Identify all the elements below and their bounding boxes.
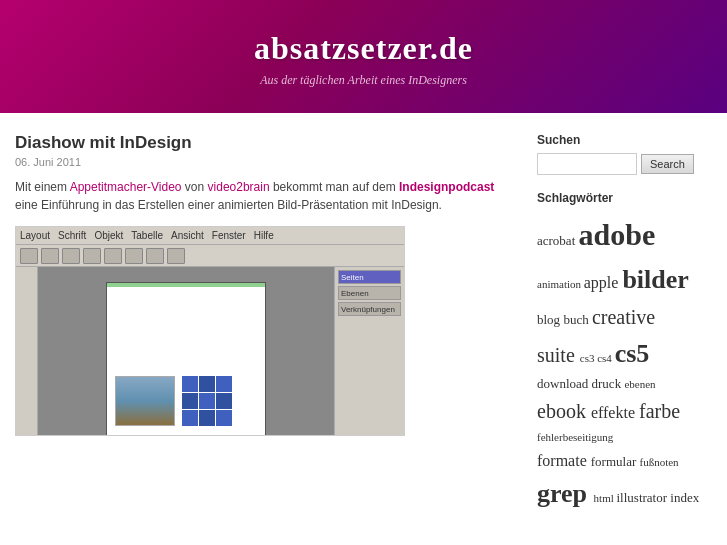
post-title: Diashow mit InDesign bbox=[15, 133, 502, 153]
tag-ebook[interactable]: ebook bbox=[537, 400, 591, 422]
sidebar: Suchen Search Schlagwörter acrobat adobe… bbox=[522, 133, 712, 531]
post-text-1: Mit einem bbox=[15, 180, 70, 194]
tag-illustrator[interactable]: illustrator bbox=[617, 490, 671, 505]
indesign-body: Seiten Ebenen Verknüpfungen bbox=[16, 267, 404, 435]
tag-blog[interactable]: blog bbox=[537, 312, 563, 327]
indesign-menu-bar: Layout Schrift Objekt Tabelle Ansicht Fe… bbox=[16, 227, 404, 245]
indesign-page-green-bar bbox=[107, 283, 265, 287]
indesign-photo-placeholder bbox=[115, 376, 175, 426]
tile-2 bbox=[199, 376, 215, 392]
toolbar-btn-8[interactable] bbox=[167, 248, 185, 264]
tag-formular[interactable]: formular bbox=[591, 454, 640, 469]
tag-farbe[interactable]: farbe bbox=[639, 400, 680, 422]
tag-fehlerbeseitigung[interactable]: fehlerbeseitigung bbox=[537, 431, 613, 443]
tag-fussnoten[interactable]: fußnoten bbox=[639, 456, 678, 468]
tile-6 bbox=[216, 393, 232, 409]
tag-bilder[interactable]: bilder bbox=[622, 265, 688, 294]
indesign-blue-tiles bbox=[182, 376, 232, 426]
indesign-right-panel: Seiten Ebenen Verknüpfungen bbox=[334, 267, 404, 435]
toolbar-btn-5[interactable] bbox=[104, 248, 122, 264]
tag-cs5[interactable]: cs5 bbox=[615, 339, 650, 368]
tag-adobe[interactable]: adobe bbox=[579, 218, 656, 251]
panel-item-2[interactable]: Ebenen bbox=[338, 286, 401, 300]
site-header: absatzsetzer.de Aus der täglichen Arbeit… bbox=[0, 0, 727, 113]
panel-item-3[interactable]: Verknüpfungen bbox=[338, 302, 401, 316]
indesign-toolbar bbox=[16, 245, 404, 267]
tile-5 bbox=[199, 393, 215, 409]
indesign-page bbox=[106, 282, 266, 436]
search-input[interactable] bbox=[537, 153, 637, 175]
search-box: Search bbox=[537, 153, 712, 175]
tag-html[interactable]: html bbox=[594, 492, 617, 504]
tile-8 bbox=[199, 410, 215, 426]
tag-formate[interactable]: formate bbox=[537, 452, 591, 469]
tile-3 bbox=[216, 376, 232, 392]
toolbar-btn-4[interactable] bbox=[83, 248, 101, 264]
blog-post: Diashow mit InDesign 06. Juni 2011 Mit e… bbox=[15, 133, 502, 436]
tag-druck[interactable]: druck bbox=[592, 376, 625, 391]
main-wrapper: Diashow mit InDesign 06. Juni 2011 Mit e… bbox=[0, 113, 727, 545]
indesign-left-panel bbox=[16, 267, 38, 435]
post-text-3: bekommt man auf dem bbox=[270, 180, 399, 194]
tag-animation[interactable]: animation bbox=[537, 278, 584, 290]
post-text-2: von bbox=[182, 180, 208, 194]
post-date: 06. Juni 2011 bbox=[15, 156, 502, 168]
page-wrapper: absatzsetzer.de Aus der täglichen Arbeit… bbox=[0, 0, 727, 545]
content-area: Diashow mit InDesign 06. Juni 2011 Mit e… bbox=[15, 133, 522, 531]
indesign-canvas-area bbox=[38, 267, 334, 435]
tile-1 bbox=[182, 376, 198, 392]
menu-objekt[interactable]: Objekt bbox=[94, 230, 123, 241]
tag-index[interactable]: index bbox=[670, 490, 699, 505]
panel-item-1[interactable]: Seiten bbox=[338, 270, 401, 284]
post-link-indesignpodcast[interactable]: Indesignpodcast bbox=[399, 180, 494, 194]
post-text-4: eine Einführung in das Erstellen einer a… bbox=[15, 198, 442, 212]
tag-cs3[interactable]: cs3 bbox=[580, 352, 597, 364]
tag-grep[interactable]: grep bbox=[537, 479, 594, 508]
tags-section: Schlagwörter acrobat adobe animation app… bbox=[537, 191, 712, 515]
tags-label: Schlagwörter bbox=[537, 191, 712, 205]
indesign-mockup: Layout Schrift Objekt Tabelle Ansicht Fe… bbox=[16, 227, 404, 435]
toolbar-btn-7[interactable] bbox=[146, 248, 164, 264]
site-title: absatzsetzer.de bbox=[20, 30, 707, 67]
post-link-indesignpodcast-text: Indesignpodcast bbox=[399, 180, 494, 194]
site-tagline: Aus der täglichen Arbeit eines InDesigne… bbox=[20, 73, 707, 88]
tag-buch[interactable]: buch bbox=[563, 312, 592, 327]
tag-ebenen[interactable]: ebenen bbox=[624, 378, 655, 390]
search-section: Suchen Search bbox=[537, 133, 712, 175]
menu-layout[interactable]: Layout bbox=[20, 230, 50, 241]
menu-tabelle[interactable]: Tabelle bbox=[131, 230, 163, 241]
tile-9 bbox=[216, 410, 232, 426]
menu-schrift[interactable]: Schrift bbox=[58, 230, 86, 241]
menu-hilfe[interactable]: Hilfe bbox=[254, 230, 274, 241]
toolbar-btn-1[interactable] bbox=[20, 248, 38, 264]
tile-4 bbox=[182, 393, 198, 409]
tile-7 bbox=[182, 410, 198, 426]
post-link-video2brain[interactable]: video2brain bbox=[208, 180, 270, 194]
toolbar-btn-3[interactable] bbox=[62, 248, 80, 264]
tag-cloud: acrobat adobe animation apple bilder blo… bbox=[537, 211, 712, 515]
search-label: Suchen bbox=[537, 133, 712, 147]
tag-cs4[interactable]: cs4 bbox=[597, 352, 614, 364]
toolbar-btn-2[interactable] bbox=[41, 248, 59, 264]
tag-creative[interactable]: creative bbox=[592, 306, 655, 328]
post-content: Mit einem Appetitmacher-Video von video2… bbox=[15, 178, 502, 214]
tag-download[interactable]: download bbox=[537, 376, 592, 391]
menu-fenster[interactable]: Fenster bbox=[212, 230, 246, 241]
tag-suite[interactable]: suite bbox=[537, 344, 580, 366]
menu-ansicht[interactable]: Ansicht bbox=[171, 230, 204, 241]
tag-effekte[interactable]: effekte bbox=[591, 404, 639, 421]
post-screenshot: Layout Schrift Objekt Tabelle Ansicht Fe… bbox=[15, 226, 405, 436]
search-button[interactable]: Search bbox=[641, 154, 694, 174]
post-link-appetitmacher[interactable]: Appetitmacher-Video bbox=[70, 180, 182, 194]
toolbar-btn-6[interactable] bbox=[125, 248, 143, 264]
tag-acrobat[interactable]: acrobat bbox=[537, 233, 579, 248]
tag-apple[interactable]: apple bbox=[584, 274, 623, 291]
